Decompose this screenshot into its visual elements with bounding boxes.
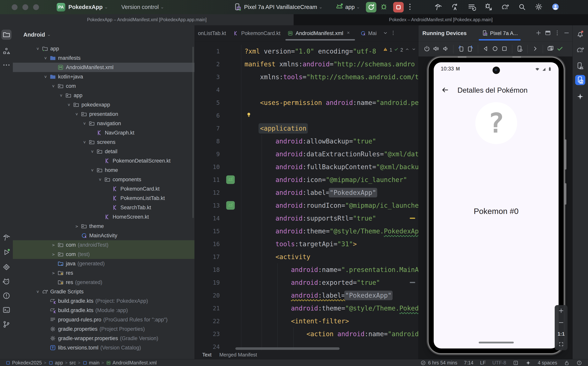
tree-item-AndroidManifest.xml[interactable]: AndroidManifest.xml: [13, 63, 194, 72]
tree-item-build.gradle.kts[interactable]: build.gradle.kts(Module :app): [13, 306, 194, 315]
tree-toggle-icon[interactable]: >: [74, 111, 79, 118]
emulator-nav-overview-button[interactable]: [501, 45, 508, 53]
stripe-project-folder[interactable]: [1, 30, 11, 40]
status-item-LF[interactable]: LF: [480, 360, 486, 366]
fit-screen-icon[interactable]: [558, 341, 564, 347]
code-area[interactable]: 1?xml version="1.0" encoding="utf-82mani…: [194, 45, 418, 353]
tree-toggle-icon[interactable]: >: [50, 271, 57, 275]
tree-item-theme[interactable]: >theme: [13, 221, 194, 231]
tree-item-java[interactable]: java(generated): [13, 259, 194, 268]
minus-icon[interactable]: [563, 30, 570, 36]
code-line-17[interactable]: 17 <activity: [194, 250, 418, 263]
code-line-3[interactable]: 3 xmlns:tools="http://schemas.android.co…: [194, 70, 418, 83]
zoom-fit-button[interactable]: [558, 341, 564, 348]
code-line-14[interactable]: 14 android:supportsRtl="true": [194, 212, 418, 225]
tree-item-app[interactable]: >app: [13, 91, 194, 100]
volume-down-icon[interactable]: [442, 45, 449, 52]
status-item-UTF-8[interactable]: UTF-8: [492, 360, 506, 366]
stripe-bell[interactable]: [575, 29, 585, 39]
horizontal-scrollbar[interactable]: [235, 347, 340, 350]
tree-item-build.gradle.kts[interactable]: build.gradle.kts(Project: PokedexApp): [13, 296, 194, 306]
panel-minus-button[interactable]: [563, 30, 570, 37]
emulator-nav-home-button[interactable]: [491, 45, 499, 53]
tree-item-pokedexapp[interactable]: >pokedexapp: [13, 100, 194, 109]
more-run-actions-button[interactable]: [406, 2, 414, 12]
check-icon[interactable]: [556, 45, 564, 52]
tree-item-screens[interactable]: >screens: [13, 137, 194, 147]
toolbar-avatar[interactable]: [551, 2, 560, 12]
stripe-gradle[interactable]: [575, 45, 585, 55]
tree-item-PokemonCard.kt[interactable]: PokemonCard.kt: [13, 184, 194, 193]
code-line-13[interactable]: 13 android:roundIcon="@mipmap/ic_launche: [194, 199, 418, 212]
tree-item-com[interactable]: >com: [13, 81, 194, 91]
back-button[interactable]: [441, 86, 449, 95]
chevron-down-icon[interactable]: [382, 30, 388, 36]
emulator-screenshot-button[interactable]: [547, 45, 554, 53]
tree-item-HomeScreen.kt[interactable]: HomeScreen.kt: [13, 212, 194, 221]
code-line-7[interactable]: 7 <application: [194, 122, 418, 135]
tree-toggle-icon[interactable]: >: [50, 252, 57, 257]
code-line-18[interactable]: 18 android:name=".presentation.MainA: [194, 263, 418, 276]
code-line-5[interactable]: 5 <uses-permission android:name="android…: [194, 96, 418, 109]
android-gutter-icon[interactable]: [226, 201, 235, 210]
panel-plus-button[interactable]: [535, 30, 542, 37]
code-line-19[interactable]: 19 android:exported="true": [194, 276, 418, 289]
status-item-4 spaces[interactable]: 4 spaces: [538, 360, 557, 366]
code-line-11[interactable]: 11 android:icon="@mipmap/ic_launcher": [194, 173, 418, 186]
tree-item-manifests[interactable]: >manifests: [13, 53, 194, 63]
emulator-chevron-right-button[interactable]: [532, 45, 539, 53]
tab-text[interactable]: Text: [202, 352, 212, 358]
nav-back-icon[interactable]: [482, 45, 489, 52]
close-tab-icon[interactable]: [346, 30, 353, 36]
tab-options-button[interactable]: [390, 30, 396, 37]
stripe-version-control[interactable]: [1, 319, 11, 329]
stripe-build-hammer[interactable]: [1, 232, 11, 242]
toolbar-gradle[interactable]: [501, 2, 510, 12]
kebab-icon[interactable]: [406, 2, 414, 11]
rotate-left-icon[interactable]: [457, 45, 465, 52]
project-selector[interactable]: PokedexApp: [68, 4, 103, 10]
tree-toggle-icon[interactable]: >: [43, 73, 48, 80]
status-item[interactable]: [525, 360, 531, 366]
code-line-16[interactable]: 16 tools:targetApi="31">: [194, 237, 418, 250]
run-configuration-selector[interactable]: app ⌄: [335, 2, 361, 12]
tree-item-home[interactable]: >home: [13, 166, 194, 175]
rerun-app-button[interactable]: [366, 2, 376, 12]
status-item-7:14[interactable]: 7:14: [464, 360, 473, 366]
emulator-volume-down-button[interactable]: [442, 45, 449, 53]
tree-toggle-icon[interactable]: >: [90, 167, 95, 174]
device-screen[interactable]: 10:33 M Detalles del Pokémon ? Pokemon #…: [434, 62, 559, 349]
kebab-icon[interactable]: [554, 30, 561, 36]
zoom-out-button[interactable]: [558, 319, 565, 327]
tree-item-app[interactable]: >app: [13, 44, 194, 53]
panel-split-button[interactable]: [545, 30, 551, 37]
tree-item-PokemonDetailScreen.kt[interactable]: PokemonDetailScreen.kt: [13, 156, 194, 166]
project-scrollbar[interactable]: [192, 47, 194, 218]
tree-toggle-icon[interactable]: >: [35, 45, 40, 52]
tree-item-gradle-wrapper.properties[interactable]: gradle-wrapper.properties(Gradle Version…: [13, 334, 194, 343]
status-item[interactable]: [564, 360, 570, 366]
toolbar-gear[interactable]: [534, 2, 543, 12]
toolbar-restart-list[interactable]: [467, 2, 476, 12]
split-icon[interactable]: [545, 30, 551, 36]
tab-merged-manifest[interactable]: Merged Manifest: [219, 352, 257, 358]
vcs-widget[interactable]: Version control: [121, 4, 159, 10]
rotate-right-icon[interactable]: [467, 45, 474, 52]
tree-item-NavGraph.kt[interactable]: NavGraph.kt: [13, 128, 194, 137]
tree-toggle-icon[interactable]: >: [50, 243, 57, 247]
stripe-terminal[interactable]: [1, 305, 11, 315]
breadcrumb-item[interactable]: main: [82, 360, 100, 366]
window-zoom-button[interactable]: [33, 4, 39, 10]
stripe-sparkle[interactable]: [575, 92, 585, 102]
inspection-widget[interactable]: 1 2: [383, 47, 416, 53]
stop-app-button[interactable]: [393, 2, 404, 12]
nav-overview-icon[interactable]: [501, 45, 508, 52]
code-line-10[interactable]: 10 android:fullBackupContent="@xml/backu: [194, 160, 418, 173]
code-line-22[interactable]: 22 <intent-filter>: [194, 315, 418, 328]
close-x-icon[interactable]: [346, 30, 351, 35]
tree-item-components[interactable]: >components: [13, 175, 194, 184]
code-line-6[interactable]: 6: [194, 109, 418, 122]
emulator-power-button[interactable]: [423, 45, 431, 53]
window-close-button[interactable]: [12, 4, 17, 10]
zoom-in-button[interactable]: [558, 307, 565, 315]
